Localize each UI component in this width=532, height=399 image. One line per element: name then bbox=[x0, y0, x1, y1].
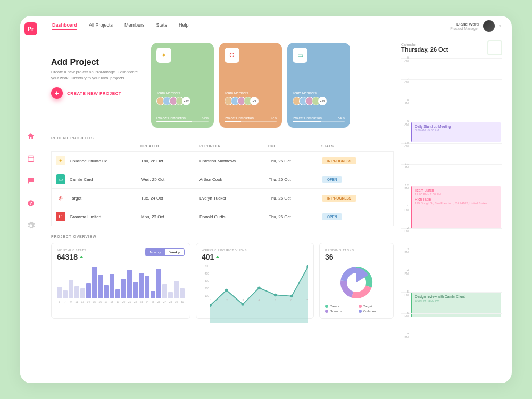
calendar-panel: Calendar Thursday, 26 Oct 6AM7AM8AM9AMDa… bbox=[401, 43, 502, 377]
chevron-down-icon: ▾ bbox=[499, 24, 501, 28]
hero-title: Add Project bbox=[51, 57, 142, 67]
user-menu[interactable]: Diane Ward Product Manager ▾ bbox=[450, 20, 501, 32]
user-name: Diane Ward bbox=[450, 22, 479, 27]
svg-point-4 bbox=[225, 289, 228, 292]
project-card[interactable]: GTeam Members+3Project Completion32% bbox=[219, 43, 282, 128]
app-logo[interactable]: Pr bbox=[24, 22, 37, 35]
top-nav: DashboardAll ProjectsMembersStatsHelp bbox=[52, 22, 189, 30]
svg-point-5 bbox=[242, 303, 245, 306]
projects-table: CREATED REPORTER DUE STATS ✦Collabee Pri… bbox=[51, 144, 394, 226]
plus-icon: + bbox=[51, 87, 63, 99]
nav-stats[interactable]: Stats bbox=[156, 22, 168, 30]
project-card[interactable]: ✦Team Members+12Project Completion67% bbox=[151, 43, 214, 128]
svg-point-8 bbox=[290, 295, 294, 298]
weekly-views-card: WEEKLY PROJECT VIEWS 401 500400300200100… bbox=[196, 243, 314, 319]
trend-up-icon bbox=[80, 256, 83, 258]
avatar[interactable] bbox=[483, 20, 495, 32]
nav-help[interactable]: Help bbox=[179, 22, 189, 30]
calendar-icon[interactable] bbox=[487, 40, 502, 55]
help-icon[interactable]: ? bbox=[26, 198, 36, 209]
projects-icon[interactable] bbox=[26, 153, 36, 164]
stats-toggle[interactable]: Monthly Weekly bbox=[145, 248, 185, 256]
create-project-label: CREATE NEW PROJECT bbox=[67, 91, 121, 96]
topbar: DashboardAll ProjectsMembersStatsHelp Di… bbox=[41, 16, 512, 36]
hero-subtitle: Create a new project on ProManage. Colla… bbox=[51, 70, 142, 81]
overview-label: PROJECT OVERVIEW bbox=[51, 235, 394, 238]
trend-up-icon bbox=[216, 256, 219, 258]
settings-icon[interactable] bbox=[26, 220, 36, 231]
project-card[interactable]: ▭Team Members+12Project Completion54% bbox=[287, 43, 350, 128]
table-row[interactable]: ✦Collabee Private Co.Thu, 26 OctChristia… bbox=[51, 151, 394, 170]
create-project-button[interactable]: + CREATE NEW PROJECT bbox=[51, 87, 142, 99]
svg-text:?: ? bbox=[29, 201, 32, 206]
chat-icon[interactable] bbox=[26, 176, 36, 186]
svg-point-6 bbox=[257, 286, 261, 289]
table-row[interactable]: ◎TargetTue, 24 OctEvelyn TuckerThu, 26 O… bbox=[51, 188, 394, 207]
svg-rect-0 bbox=[28, 156, 34, 161]
nav-all-projects[interactable]: All Projects bbox=[89, 22, 113, 30]
svg-point-9 bbox=[306, 265, 308, 269]
nav-dashboard[interactable]: Dashboard bbox=[52, 22, 77, 30]
nav-members[interactable]: Members bbox=[124, 22, 145, 30]
table-row[interactable]: ▭Cambr CardWed, 25 OctArthur CookThu, 26… bbox=[51, 170, 394, 188]
svg-point-7 bbox=[274, 294, 277, 297]
calendar-event[interactable]: Daily Stand up Meeting8:30 AM - 9:30 AM bbox=[411, 122, 501, 142]
sidebar: Pr ? bbox=[20, 16, 41, 383]
monthly-stats-card: MONTHLY STATS 64318 Monthly Weekly 57911… bbox=[51, 243, 190, 319]
table-row[interactable]: GGramma LimitedMon, 23 OctDonald CurtisT… bbox=[51, 207, 394, 226]
home-icon[interactable] bbox=[26, 131, 36, 142]
recent-projects-label: RECENT PROJECTS bbox=[51, 136, 394, 140]
user-role: Product Manager bbox=[450, 27, 479, 30]
pending-tasks-card: PENDING TASKS 36 CambrTargetGrammaCollab… bbox=[319, 243, 394, 319]
